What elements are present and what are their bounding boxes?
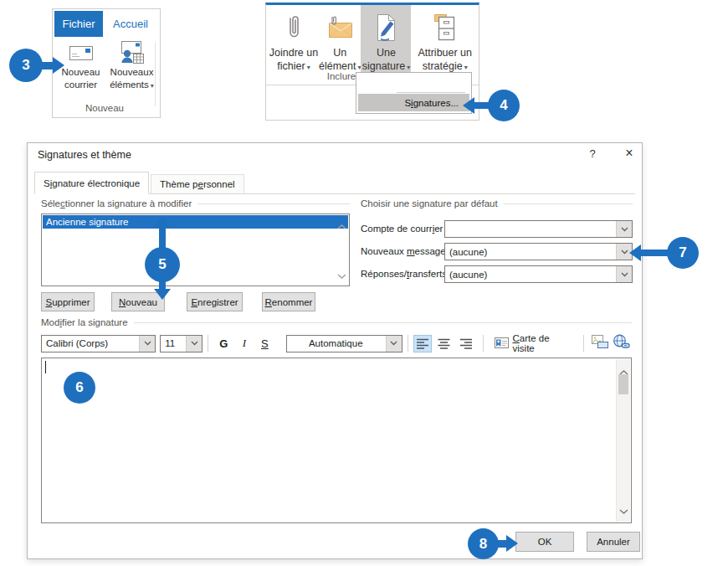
ribbon-button-group: Nouveau courrier Nouveaux éléments▾ [55, 39, 157, 92]
bold-button[interactable]: G [213, 334, 234, 352]
dropdown-arrow-glyph: ▾ [151, 82, 154, 90]
business-card-button[interactable]: Carte de visite [489, 334, 579, 352]
attach-file-label-line1: Joindre un [269, 46, 318, 59]
ok-button[interactable]: OK [515, 532, 574, 552]
align-center-button[interactable] [434, 335, 454, 352]
assign-policy-label-line1: Attribuer un [418, 46, 472, 59]
insert-hyperlink-button[interactable] [611, 334, 632, 352]
signature-label-line1: Une [377, 46, 396, 59]
text-cursor [45, 361, 46, 373]
align-right-button[interactable] [456, 335, 475, 352]
account-label: Compte de courrier [361, 224, 443, 234]
callout-step-6: 6 [64, 372, 95, 404]
close-icon[interactable]: × [620, 146, 638, 162]
callout-7-arrow-head [629, 244, 641, 261]
signature-dropdown-menu: Signatures... [356, 72, 472, 114]
screenshot-canvas: Fichier Accueil Nouveau courrier [0, 0, 728, 566]
edit-signature-label: Modifier la signature [41, 317, 128, 327]
ribbon-group-label-nouveau: Nouveau [53, 103, 156, 113]
new-mail-icon [69, 39, 94, 66]
chevron-down-icon[interactable] [616, 221, 632, 237]
callout-3-arrow-stem [41, 62, 54, 69]
ribbon-tabs: Fichier Accueil [54, 11, 158, 37]
callout-7-arrow-stem [640, 250, 668, 256]
align-left-button[interactable] [413, 335, 433, 352]
dropdown-arrow-glyph: ▾ [307, 64, 310, 71]
tab-accueil[interactable]: Accueil [103, 11, 158, 37]
section-rule [134, 322, 632, 323]
scroll-down-icon[interactable] [619, 502, 628, 517]
tab-fichier[interactable]: Fichier [54, 11, 103, 37]
account-combo[interactable] [444, 220, 633, 238]
font-name-combo[interactable]: Calibri (Corps) [41, 335, 156, 352]
new-mail-label-line2: courrier [64, 79, 97, 91]
menu-item-signatures[interactable]: Signatures... [358, 94, 469, 111]
cancel-button[interactable]: Annuler [587, 532, 640, 552]
scroll-up-icon[interactable] [337, 218, 346, 233]
font-size-combo[interactable]: 11 [160, 335, 203, 352]
new-items-button[interactable]: Nouveaux éléments▾ [106, 39, 157, 92]
callout-step-8: 8 [468, 528, 499, 559]
editor-scrollbar[interactable] [616, 359, 630, 522]
chevron-down-icon[interactable] [139, 336, 155, 352]
section-rule [197, 203, 350, 204]
globe-link-icon [613, 334, 630, 352]
chevron-down-icon[interactable] [186, 336, 202, 352]
rename-button[interactable]: Renommer [262, 292, 315, 311]
picture-icon [592, 335, 608, 352]
dialog-tab-strip: Signature électronique Thème personnel [34, 172, 635, 194]
new-items-label-line2: éléments▾ [110, 79, 154, 92]
signature-editor[interactable] [41, 358, 632, 523]
font-name-value: Calibri (Corps) [46, 336, 138, 352]
italic-button[interactable]: I [234, 334, 255, 352]
toolbar-separator [408, 335, 408, 352]
account-combo-value [449, 221, 615, 237]
tab-signature-electronique[interactable]: Signature électronique [34, 172, 149, 194]
new-messages-combo[interactable]: (aucune) [444, 243, 633, 260]
home-ribbon-fragment: Fichier Accueil Nouveau courrier [52, 8, 161, 118]
font-color-combo[interactable]: Automatique [286, 335, 402, 352]
edit-signature-section-label: Modifier la signature [41, 317, 632, 327]
ribbon-group-separator [155, 43, 156, 106]
new-messages-combo-value: (aucune) [449, 244, 615, 260]
default-signature-section-label: Choisir une signature par défaut [361, 198, 633, 208]
format-toolbar: Calibri (Corps) 11 G I S Automatique [41, 333, 632, 353]
callout-4-arrow-head [463, 97, 474, 114]
policy-cabinet-icon [432, 9, 459, 46]
dropdown-arrow-glyph: ▾ [464, 64, 468, 71]
save-button[interactable]: Enregistrer [187, 292, 243, 311]
attach-item-label-line1: Un [333, 46, 346, 59]
dialog-title: Signatures et thème [38, 149, 131, 161]
signature-list-item-selected[interactable]: Ancienne signature [43, 215, 348, 229]
business-card-icon [495, 337, 509, 350]
callout-5-arrow-head-down [154, 289, 171, 300]
callout-step-3: 3 [9, 49, 43, 82]
insert-picture-button[interactable] [589, 334, 610, 352]
new-messages-label: Nouveaux messages : [361, 246, 456, 256]
delete-button[interactable]: Supprimer [41, 292, 95, 311]
callout-step-4: 4 [488, 90, 520, 121]
new-mail-label-line1: Nouveau [61, 66, 100, 79]
tab-theme-personnel[interactable]: Thème personnel [151, 174, 244, 193]
callout-4-arrow-stem [474, 102, 489, 109]
scroll-down-icon[interactable] [337, 267, 346, 282]
select-signature-section-label: Sélectionner la signature à modifier [41, 198, 350, 208]
chevron-down-icon[interactable] [386, 336, 402, 352]
help-icon[interactable]: ? [583, 147, 602, 164]
dropdown-arrow-glyph: ▾ [407, 64, 410, 71]
default-signature-label: Choisir une signature par défaut [361, 198, 498, 208]
toolbar-separator [280, 335, 281, 352]
select-signature-label: Sélectionner la signature à modifier [41, 198, 192, 208]
signature-list[interactable]: Ancienne signature [41, 214, 350, 286]
replies-label: Réponses/transferts : [361, 269, 452, 279]
chevron-down-icon[interactable] [616, 266, 632, 282]
callout-step-7: 7 [667, 237, 699, 269]
toolbar-separator [583, 335, 584, 352]
scrollbar-thumb[interactable] [618, 374, 628, 394]
signature-doc-icon [372, 9, 399, 46]
font-color-value: Automatique [287, 336, 385, 352]
underline-button[interactable]: S [254, 334, 275, 352]
replies-combo-value: (aucune) [449, 266, 615, 282]
replies-combo[interactable]: (aucune) [444, 265, 633, 283]
toolbar-separator [483, 335, 484, 352]
